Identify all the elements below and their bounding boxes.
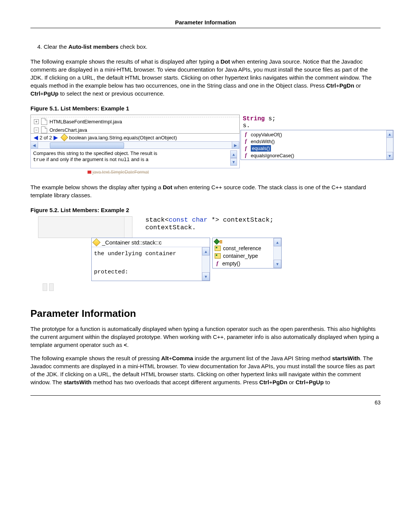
info-scrollbar[interactable]: ▲ ▼ <box>202 247 210 281</box>
scroll-up-icon[interactable]: ▲ <box>230 150 237 158</box>
code-snippet: String s; s. <box>241 115 404 129</box>
type-icon <box>215 246 221 251</box>
javadoc-scrollbar[interactable]: ▲ ▼ <box>230 150 237 166</box>
scroll-up-icon[interactable]: ▲ <box>274 238 281 246</box>
scroll-left-icon[interactable]: ◀ <box>31 142 38 149</box>
scroll-thumb[interactable] <box>50 142 124 149</box>
function-icon: f <box>243 138 249 144</box>
completion-item[interactable]: f equalsIgnoreCase() <box>241 152 386 159</box>
file-icon <box>41 118 47 125</box>
prev-overload-icon[interactable]: ◀ <box>32 134 40 141</box>
scroll-up-icon[interactable]: ▲ <box>386 130 393 138</box>
completion-item[interactable]: f empty() <box>213 260 273 267</box>
figure-5-1: + HTMLBaseFontElementImpl.java − OrdersC… <box>30 115 358 176</box>
scroll-down-icon[interactable]: ▼ <box>230 158 237 166</box>
completion-item-selected[interactable]: f equals() <box>241 145 386 152</box>
scroll-down-icon[interactable]: ▼ <box>202 272 210 281</box>
javadoc-pane[interactable]: Compares this string to the specified ob… <box>30 149 240 168</box>
tree-row-label: OrdersChart.java <box>49 127 87 133</box>
method-icon <box>61 134 68 141</box>
file-tree[interactable]: + HTMLBaseFontElementImpl.java − OrdersC… <box>30 115 240 134</box>
method-signature: boolean java.lang.String.equals(Object a… <box>69 135 177 141</box>
scroll-up-icon[interactable]: ▲ <box>202 247 210 256</box>
type-icon <box>215 253 221 259</box>
tree-row-label: HTMLBaseFontElementImpl.java <box>49 119 122 125</box>
horizontal-scrollbar[interactable]: ◀ ▶ <box>30 142 240 149</box>
section-heading: Parameter Information <box>30 308 381 320</box>
completion-item[interactable]: const_reference <box>213 244 273 252</box>
function-icon: f <box>215 260 220 267</box>
function-icon: f <box>243 145 249 152</box>
scroll-down-icon[interactable]: ▼ <box>386 152 393 160</box>
tree-row-1[interactable]: + HTMLBaseFontElementImpl.java <box>31 117 239 126</box>
figure-5-1-caption: Figure 5.1. List Members: Example 1 <box>30 105 381 112</box>
expand-icon[interactable]: + <box>34 119 39 124</box>
figure-5-2-caption: Figure 5.2. List Members: Example 2 <box>30 207 381 213</box>
editor-gutter <box>38 216 132 238</box>
page-number: 63 <box>30 399 381 406</box>
collapse-icon[interactable]: − <box>34 128 39 133</box>
member-info-panel: _Container std::stack::c the underlying … <box>91 238 210 281</box>
paragraph-4: The following example shows the result o… <box>30 354 381 386</box>
scroll-right-icon[interactable]: ▶ <box>232 142 239 149</box>
completion-item[interactable]: f endsWith() <box>241 138 386 145</box>
editor-tab-stubs <box>43 283 54 291</box>
cpp-code-snippet: stack<const char *> contextStack; contex… <box>145 216 285 232</box>
scroll-down-icon[interactable]: ▼ <box>274 260 281 268</box>
completion-sort-row[interactable] <box>213 239 273 244</box>
next-overload-icon[interactable]: ▶ <box>52 134 59 141</box>
sort-icon <box>215 240 222 244</box>
overload-counter: 2 of 2 <box>40 135 52 141</box>
cpp-completion-list[interactable]: const_reference container_type f empty()… <box>212 238 282 268</box>
paragraph-3: The prototype for a function is automati… <box>30 325 381 349</box>
completion-scrollbar[interactable]: ▲ ▼ <box>386 130 393 160</box>
completion-scrollbar[interactable]: ▲ ▼ <box>273 238 281 268</box>
paragraph-2: The example below shows the display afte… <box>30 183 381 199</box>
completion-list[interactable]: f copyValueOf() f endsWith() f equals() … <box>241 130 393 160</box>
overload-nav: ◀ 2 of 2 ▶ boolean java.lang.String.equa… <box>30 134 240 142</box>
completion-item[interactable]: f copyValueOf() <box>241 131 386 138</box>
member-icon <box>92 238 100 246</box>
completion-item[interactable]: container_type <box>213 252 273 260</box>
page-header-title: Parameter Information <box>30 19 381 28</box>
step-4: 4. Clear the Auto-list members check box… <box>37 43 381 50</box>
footer-rule <box>30 395 381 396</box>
member-info-header: _Container std::stack::c <box>92 238 210 247</box>
function-icon: f <box>243 131 249 137</box>
ghost-text: java.text.SimpleDateFormat <box>88 169 149 175</box>
paragraph-1: The following example shows the results … <box>30 58 381 97</box>
figure-5-2: stack<const char *> contextStack; contex… <box>38 216 285 292</box>
file-icon <box>41 126 47 133</box>
tree-row-2[interactable]: − OrdersChart.java <box>31 126 239 134</box>
function-icon: f <box>243 152 249 158</box>
